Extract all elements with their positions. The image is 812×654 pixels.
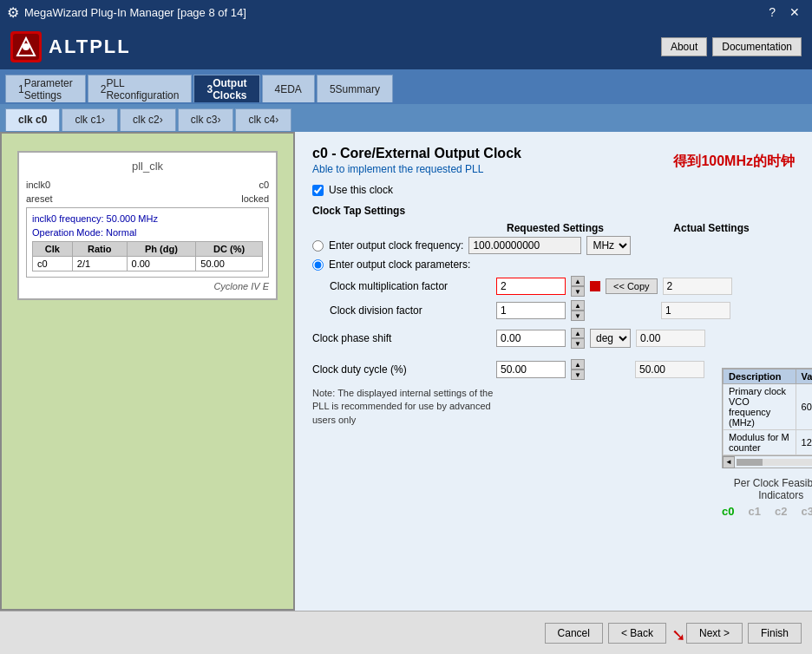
back-button[interactable]: < Back [608,623,666,644]
svg-point-2 [23,43,29,50]
step-tab-4[interactable]: 4 EDA [262,75,315,102]
clock-tab-c4[interactable]: clk c4 [235,108,291,131]
step-tab-2[interactable]: 2 PLLReconfiguration [88,75,193,102]
radio2-label: Enter output clock parameters: [329,258,470,271]
radio1-row: Enter output clock frequency: MHz KHz [312,236,795,255]
pll-th-clk: Clk [33,242,73,257]
freq-unit-select[interactable]: MHz KHz [586,236,631,255]
header: ALTPLL About Documentation [0,24,812,69]
pll-inner-box: inclk0 frequency: 50.000 MHz Operation M… [26,207,269,278]
step-num-4: 4 [275,83,281,95]
pll-th-ratio: Ratio [72,242,127,257]
step-tab-1[interactable]: 1 ParameterSettings [5,75,86,102]
left-panel: pll_clk inclk0 c0 areset locked inclk0 f… [0,132,295,611]
scroll-thumb[interactable] [737,459,763,466]
step-tab-3[interactable]: 3 OutputClocks [193,75,259,102]
feasibility-title: Per Clock Feasibility Indicators [722,477,812,501]
clock-tap-label: Clock Tap Settings [312,205,795,217]
clock-tab-c2[interactable]: clk c2 [120,108,176,131]
step-label-1: ParameterSettings [24,77,73,101]
horizontal-scrollbar: ◄ ► [723,455,812,468]
use-this-clock-label: Use this clock [329,184,393,196]
close-button[interactable]: ✕ [784,5,805,19]
duty-and-note: Clock duty cycle (%) ▲ ▼ Note: The displ… [312,359,704,427]
finish-button[interactable]: Finish [748,623,802,644]
mult-factor-input[interactable] [496,278,566,295]
use-this-clock-checkbox[interactable] [312,185,324,196]
phase-shift-input[interactable] [496,330,566,347]
step-tabs: 1 ParameterSettings 2 PLLReconfiguration… [0,69,812,104]
step-label-5: Summary [336,83,380,95]
port-locked: locked [241,193,269,204]
clock-tab-c1[interactable]: clk c1 [62,108,118,131]
next-button-container: ➘ Next > [671,623,743,644]
error-indicator [590,281,600,291]
radio1-label: Enter output clock frequency: [329,239,463,252]
duty-down-btn[interactable]: ▼ [571,370,585,380]
div-factor-input[interactable] [496,302,566,319]
div-down-btn[interactable]: ▼ [571,311,585,321]
fi-c0: c0 [722,505,734,518]
duty-row: Clock duty cycle (%) ▲ ▼ [312,359,704,380]
step-label-3: OutputClocks [213,77,246,101]
clock-tab-c3[interactable]: clk c3 [178,108,234,131]
cancel-button[interactable]: Cancel [545,623,603,644]
documentation-button[interactable]: Documentation [712,37,802,56]
desc-table: Description Va ▲ Primary clock VCO frequ… [723,369,812,455]
pll-ports-top: inclk0 c0 [26,180,269,190]
clock-tabs: clk c0 clk c1 clk c2 clk c3 clk c4 [0,104,812,132]
duty-cycle-label: Clock duty cycle (%) [312,363,491,376]
desc-section: Description Va ▲ Primary clock VCO frequ… [722,359,812,518]
mult-down-btn[interactable]: ▼ [571,286,585,297]
header-buttons: About Documentation [661,37,802,56]
radio-parameters[interactable] [312,259,324,271]
next-button[interactable]: Next > [686,623,743,644]
pll-diagram: pll_clk inclk0 c0 areset locked inclk0 f… [17,151,278,300]
pll-table: Clk Ratio Ph (dg) DC (%) c0 2/1 0.00 50.… [32,241,263,271]
table-row: c0 2/1 0.00 50.00 [33,257,263,271]
radio2-row: Enter output clock parameters: [312,258,795,271]
port-areset: areset [26,193,53,204]
help-button[interactable]: ? [763,5,781,19]
main-content: pll_clk inclk0 c0 areset locked inclk0 f… [0,132,812,611]
duty-cycle-input[interactable] [496,361,566,378]
step-tab-5[interactable]: 5 Summary [317,75,393,102]
desc-val-1: 60 [796,384,812,430]
duty-up-btn[interactable]: ▲ [571,359,585,370]
fi-c2: c2 [775,505,787,518]
phase-down-btn[interactable]: ▼ [571,338,585,349]
title-bar: ⚙ MegaWizard Plug-In Manager [page 8 of … [0,0,812,24]
mult-factor-actual [663,278,732,295]
phase-unit-select[interactable]: deg ps [590,329,631,348]
about-button[interactable]: About [661,37,707,56]
clock-tab-c0[interactable]: clk c0 [5,108,60,131]
pll-th-ph: Ph (dg) [127,242,196,257]
div-factor-row: Clock division factor ▲ ▼ [330,300,795,321]
table-row: Modulus for M counter 12 [724,430,813,455]
desc-table-container: Description Va ▲ Primary clock VCO frequ… [722,368,812,468]
feasibility-section: Per Clock Feasibility Indicators c0 c1 c… [722,477,812,518]
phase-up-btn[interactable]: ▲ [571,328,585,338]
bottom-section: Clock duty cycle (%) ▲ ▼ Note: The displ… [312,359,795,518]
requested-header: Requested Settings [494,222,616,234]
desc-td-2: Modulus for M counter [724,430,796,455]
note-text: Note: The displayed internal settings of… [312,387,503,427]
freq-input[interactable] [468,237,581,254]
scroll-left-btn[interactable]: ◄ [723,456,735,468]
div-up-btn[interactable]: ▲ [571,300,585,311]
desc-th-description: Description [724,370,796,384]
radio-frequency[interactable] [312,240,324,252]
desc-td-1: Primary clock VCO frequency (MHz) [724,384,796,430]
duty-cycle-actual [635,361,704,378]
pll-mode-info: Operation Mode: Normal [32,227,263,238]
step-label-2: PLLReconfiguration [106,77,179,101]
pll-td-clk: c0 [33,257,73,271]
phase-row: Clock phase shift ▲ ▼ deg ps [312,328,795,349]
use-this-clock-row: Use this clock [312,184,795,196]
step-num-2: 2 [101,83,107,95]
right-panel: c0 - Core/External Output Clock Able to … [295,132,812,611]
step-num-1: 1 [18,83,24,95]
copy-button[interactable]: << Copy [606,278,658,294]
mult-up-btn[interactable]: ▲ [571,276,585,286]
step-num-5: 5 [330,83,336,95]
